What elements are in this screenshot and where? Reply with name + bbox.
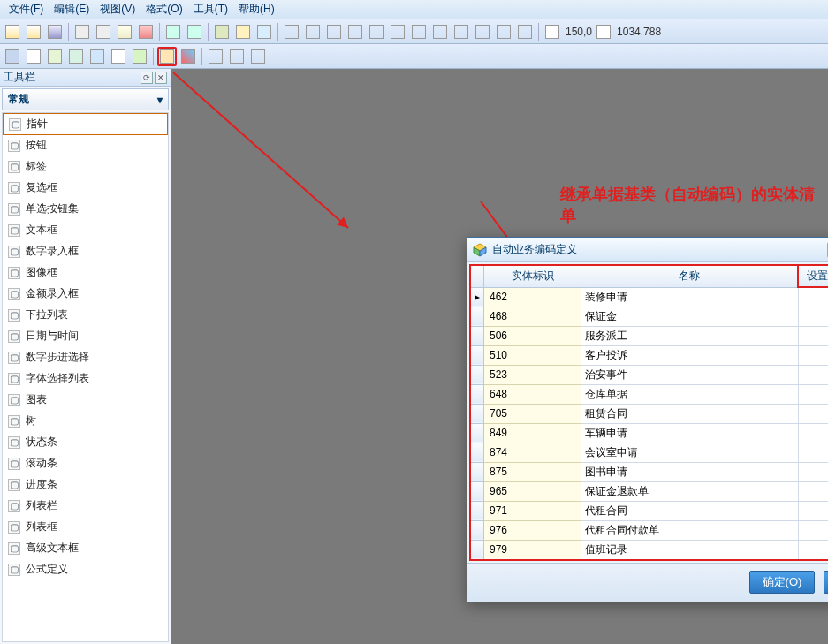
- undo-icon[interactable]: [163, 22, 183, 42]
- toolbox-item[interactable]: ▢字体选择列表: [3, 368, 168, 390]
- toolbox-item[interactable]: ▢文本框: [3, 220, 168, 241]
- cell-name[interactable]: 车辆申请: [581, 423, 799, 443]
- layout3-icon[interactable]: [248, 47, 268, 66]
- pin-icon[interactable]: ⟳: [141, 72, 153, 84]
- cell-auto-code[interactable]: [798, 520, 828, 540]
- redo-icon[interactable]: [185, 22, 204, 42]
- table-row[interactable]: 874会议室申请: [470, 443, 828, 462]
- cell-name[interactable]: 代租合同: [581, 501, 799, 520]
- grid1-icon[interactable]: [212, 22, 232, 42]
- layout2-icon[interactable]: [227, 47, 247, 66]
- toolbox-item[interactable]: ▢数字步进选择: [3, 347, 168, 368]
- toolbox-item[interactable]: ▢数字录入框: [3, 241, 168, 262]
- col-auto-code[interactable]: 设置为自动编码: [798, 265, 828, 287]
- col-entity-id[interactable]: 实体标识: [484, 265, 581, 287]
- grid3-icon[interactable]: [254, 22, 274, 42]
- color-icon[interactable]: [179, 47, 198, 66]
- cell-name[interactable]: 保证金退款单: [581, 481, 799, 501]
- cell-auto-code[interactable]: [798, 481, 828, 501]
- toolbox-item[interactable]: ▢图表: [3, 390, 168, 411]
- spacing-icon[interactable]: [515, 22, 535, 42]
- cell-entity-id[interactable]: 875: [484, 462, 581, 481]
- table-icon[interactable]: [157, 47, 177, 66]
- cell-name[interactable]: 值班记录: [581, 540, 799, 560]
- menu-file[interactable]: 文件(F): [4, 0, 49, 19]
- table-row[interactable]: 875图书申请: [470, 462, 828, 481]
- cell-name[interactable]: 代租合同付款单: [581, 520, 799, 540]
- table-row[interactable]: 979值班记录: [470, 540, 828, 560]
- cell-entity-id[interactable]: 849: [484, 423, 581, 443]
- lock-icon[interactable]: [24, 47, 43, 66]
- cell-auto-code[interactable]: [798, 404, 828, 423]
- table-row[interactable]: 523治安事件: [470, 365, 828, 384]
- table-row[interactable]: 468保证金: [470, 307, 828, 326]
- cell-entity-id[interactable]: 705: [484, 404, 581, 423]
- cell-auto-code[interactable]: [798, 443, 828, 462]
- table-row[interactable]: 648仓库单据: [470, 384, 828, 404]
- refresh-icon[interactable]: [66, 47, 86, 66]
- cell-name[interactable]: 保证金: [581, 307, 799, 326]
- table-row[interactable]: 976代租合同付款单: [470, 520, 828, 540]
- cell-name[interactable]: 图书申请: [581, 462, 799, 481]
- toolbox-item[interactable]: ▢列表栏: [3, 496, 168, 517]
- menu-tools[interactable]: 工具(T): [188, 0, 233, 19]
- layout1-icon[interactable]: [206, 47, 225, 66]
- link-icon[interactable]: [45, 47, 65, 66]
- align-right-icon[interactable]: [324, 22, 344, 42]
- grid2-icon[interactable]: [233, 22, 253, 42]
- toolbox-item[interactable]: ▢按钮: [3, 135, 168, 156]
- cell-auto-code[interactable]: [798, 307, 828, 326]
- ok-button[interactable]: 确定(O): [749, 571, 815, 594]
- cell-auto-code[interactable]: [798, 287, 828, 307]
- cut-icon[interactable]: [72, 22, 92, 42]
- cancel-button[interactable]: 取消(C): [824, 571, 828, 594]
- table-row[interactable]: ▸462装修申请: [470, 287, 828, 307]
- cell-name[interactable]: 仓库单据: [581, 384, 799, 404]
- dialog-titlebar[interactable]: 自动业务编码定义 — ▢ ✕: [467, 238, 828, 262]
- cell-name[interactable]: 会议室申请: [581, 443, 799, 462]
- design-canvas[interactable]: 继承单据基类（自动编码）的实体清单 自动业务编码定义 — ▢ ✕ 实体标识: [171, 69, 828, 644]
- toolbox-item[interactable]: ▢树: [3, 411, 168, 432]
- cell-entity-id[interactable]: 976: [484, 520, 581, 540]
- cell-auto-code[interactable]: [798, 501, 828, 520]
- cell-auto-code[interactable]: [798, 384, 828, 404]
- col-name[interactable]: 名称: [581, 265, 799, 287]
- cell-entity-id[interactable]: 510: [484, 345, 581, 365]
- cell-entity-id[interactable]: 965: [484, 481, 581, 501]
- toolbox-item[interactable]: ▢公式定义: [3, 559, 168, 580]
- cell-name[interactable]: 服务派工: [581, 326, 799, 345]
- cell-name[interactable]: 治安事件: [581, 365, 799, 384]
- table-row[interactable]: 506服务派工: [470, 326, 828, 345]
- table-row[interactable]: 971代租合同: [470, 501, 828, 520]
- dist-h-icon[interactable]: [409, 22, 429, 42]
- toolbox-item[interactable]: ▢高级文本框: [3, 538, 168, 559]
- dist-v-icon[interactable]: [430, 22, 450, 42]
- toolbox-item[interactable]: ▢金额录入框: [3, 284, 168, 305]
- cell-auto-code[interactable]: [798, 462, 828, 481]
- align-left-icon[interactable]: [282, 22, 301, 42]
- cell-entity-id[interactable]: 462: [484, 287, 581, 307]
- menu-help[interactable]: 帮助(H): [233, 0, 280, 19]
- cell-auto-code[interactable]: [798, 423, 828, 443]
- cell-auto-code[interactable]: [798, 326, 828, 345]
- toolbox-item[interactable]: ▢日期与时间: [3, 326, 168, 347]
- toolbox-item[interactable]: ▢复选框: [3, 178, 168, 199]
- save-icon[interactable]: [45, 22, 65, 42]
- menu-format[interactable]: 格式(O): [141, 0, 187, 19]
- toolbox-item[interactable]: ▢指针: [3, 113, 168, 135]
- toolbox-item[interactable]: ▢进度条: [3, 474, 168, 496]
- cell-entity-id[interactable]: 468: [484, 307, 581, 326]
- script-icon[interactable]: [109, 47, 128, 66]
- align-center-icon[interactable]: [303, 22, 323, 42]
- paste-icon[interactable]: [115, 22, 134, 42]
- toolbox-item[interactable]: ▢标签: [3, 156, 168, 178]
- new-icon[interactable]: [3, 22, 22, 42]
- cell-name[interactable]: 租赁合同: [581, 404, 799, 423]
- table-row[interactable]: 705租赁合同: [470, 404, 828, 423]
- close-panel-icon[interactable]: ✕: [155, 72, 167, 84]
- cell-entity-id[interactable]: 648: [484, 384, 581, 404]
- db-icon[interactable]: [3, 47, 22, 66]
- toolbox-category[interactable]: 常规 ▾: [2, 88, 169, 110]
- copy-icon[interactable]: [94, 22, 113, 42]
- globe-icon[interactable]: [87, 47, 107, 66]
